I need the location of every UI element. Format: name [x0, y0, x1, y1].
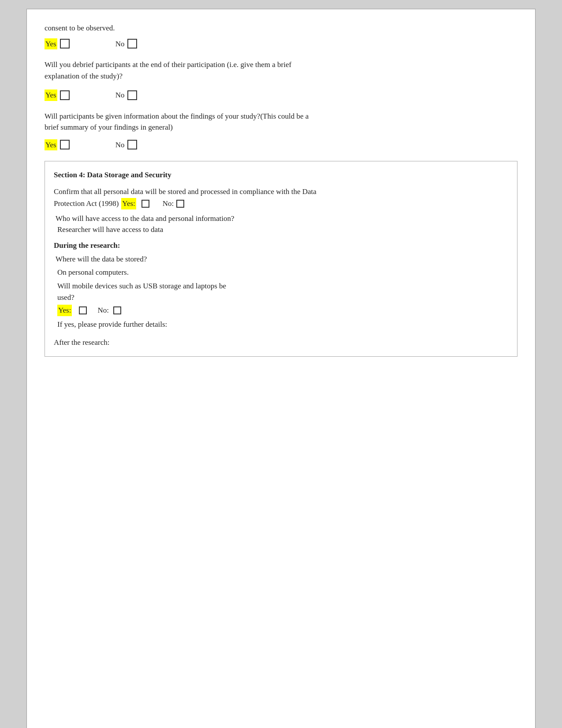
no-label-2: No	[115, 90, 125, 101]
page: consent to be observed. Yes No Will you …	[26, 9, 536, 728]
yes-checkbox-1[interactable]	[60, 39, 70, 49]
data-protection-prefix: Protection Act (1998)	[54, 198, 119, 209]
storage-answer: On personal computers.	[57, 267, 508, 278]
section4-block: Section 4: Data Storage and Security Con…	[45, 161, 517, 357]
no-label-3: No	[115, 139, 125, 151]
data-protection-line1: Confirm that all personal data will be s…	[54, 186, 508, 198]
section4-header: Section 4: Data Storage and Security	[54, 169, 508, 181]
data-protection-no-label: No:	[163, 198, 174, 209]
yes-label-2: Yes	[45, 90, 57, 101]
debrief-block: Will you debrief participants at the end…	[45, 59, 517, 101]
no-checkbox-2[interactable]	[127, 90, 137, 100]
consent-text: consent to be observed.	[45, 22, 517, 34]
consent-block: consent to be observed. Yes No	[45, 22, 517, 49]
findings-block: Will participants be given information a…	[45, 111, 517, 151]
yes-label-1: Yes	[45, 38, 57, 50]
storage-question: Where will the data be stored?	[56, 254, 508, 265]
data-protection-line2: Protection Act (1998) Yes: No:	[54, 198, 508, 209]
findings-yes-no-row: Yes No	[45, 139, 517, 151]
access-answer: Researcher will have access to data	[57, 224, 508, 235]
data-protection-yes-label: Yes:	[121, 198, 136, 209]
mobile-no-checkbox[interactable]	[113, 306, 121, 314]
consent-yes-no-row: Yes No	[45, 38, 517, 50]
data-protection-row: Confirm that all personal data will be s…	[54, 186, 508, 209]
during-label: During the research:	[54, 240, 508, 251]
yes-checkbox-2[interactable]	[60, 90, 70, 100]
debrief-yes-no-row: Yes No	[45, 90, 517, 101]
findings-text: Will participants be given information a…	[45, 111, 517, 133]
mobile-yes-checkbox[interactable]	[79, 306, 87, 314]
no-checkbox-3[interactable]	[127, 140, 137, 149]
data-protection-no-checkbox[interactable]	[176, 200, 184, 208]
yes-label-3: Yes	[45, 139, 57, 151]
no-label-1: No	[115, 38, 125, 50]
yes-checkbox-3[interactable]	[60, 140, 70, 149]
data-protection-yes-checkbox[interactable]	[141, 200, 149, 208]
if-yes-label: If yes, please provide further details:	[57, 319, 508, 330]
mobile-yes-label: Yes:	[57, 305, 72, 316]
mobile-question: Will mobile devices such as USB storage …	[57, 280, 508, 303]
after-research: After the research:	[54, 337, 508, 348]
access-question: Who will have access to the data and per…	[56, 213, 508, 224]
no-checkbox-1[interactable]	[127, 39, 137, 49]
mobile-no-label: No:	[97, 305, 109, 316]
mobile-yes-no-row: Yes: No:	[57, 305, 508, 316]
debrief-text: Will you debrief participants at the end…	[45, 59, 517, 82]
